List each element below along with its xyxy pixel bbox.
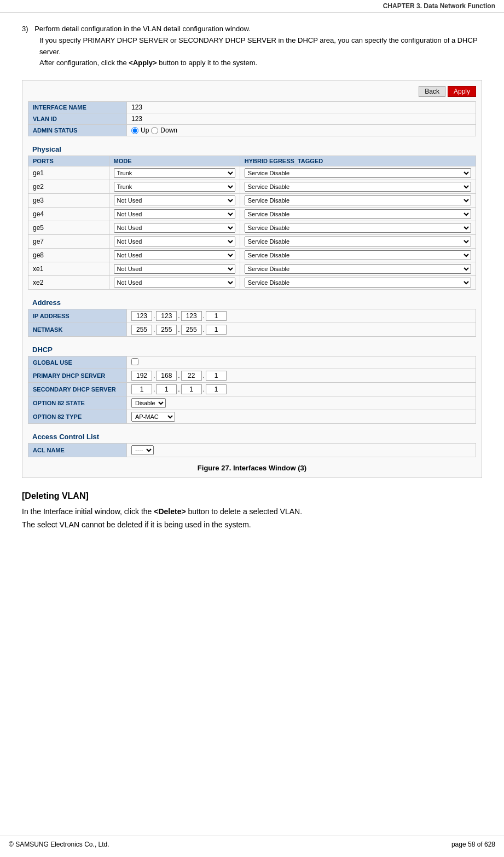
ip-octet-2[interactable]: [156, 311, 177, 321]
secondary-dhcp-octet-3[interactable]: [181, 384, 202, 394]
port-mode-select-8[interactable]: TrunkNot UsedUsedTaggedUntagged: [114, 278, 235, 287]
vlan-id-label: VLAN ID: [28, 113, 127, 125]
ports-header-row: PORTS MODE HYBRID EGRESS_TAGGED: [28, 156, 476, 166]
acl-name-cell: ----: [127, 444, 476, 457]
option82-state-cell: Disable Enable: [127, 396, 476, 410]
secondary-dhcp-octet-1[interactable]: [131, 384, 152, 394]
ports-row-2: ge3TrunkNot UsedUsedTaggedUntaggedServic…: [28, 194, 476, 208]
port-name-3: ge4: [28, 208, 109, 221]
port-hybrid-cell-6: Service DisableService Enable: [240, 249, 476, 262]
port-hybrid-select-6[interactable]: Service DisableService Enable: [245, 250, 471, 260]
acl-name-select[interactable]: ----: [131, 445, 154, 455]
acl-section-label: Access Control List: [28, 430, 476, 443]
interface-name-value: 123: [127, 102, 476, 113]
deleting-vlan-line1: In the Interface initial window, click t…: [22, 505, 482, 519]
option82-type-cell: AP-MAC Circuit-ID Remote-ID: [127, 410, 476, 424]
port-name-7: xe1: [28, 262, 109, 276]
port-mode-select-4[interactable]: TrunkNot UsedUsedTaggedUntagged: [114, 223, 235, 233]
port-hybrid-select-0[interactable]: Service DisableService Enable: [245, 168, 471, 178]
primary-dhcp-inputs: . . .: [131, 371, 471, 381]
port-mode-cell-1: TrunkNot UsedUsedTaggedUntagged: [109, 180, 240, 194]
port-name-5: ge7: [28, 235, 109, 249]
admin-status-up-label: Up: [141, 126, 149, 134]
ports-row-8: xe2TrunkNot UsedUsedTaggedUntaggedServic…: [28, 276, 476, 290]
primary-dhcp-octet-4[interactable]: [206, 371, 227, 381]
back-button[interactable]: Back: [419, 86, 445, 97]
port-hybrid-select-8[interactable]: Service DisableService Enable: [245, 278, 471, 287]
acl-table: ACL NAME ----: [28, 443, 476, 457]
secondary-dhcp-inputs: . . .: [131, 384, 471, 394]
physical-section-label: Physical: [28, 143, 476, 156]
port-mode-select-0[interactable]: TrunkNot UsedUsedTaggedUntagged: [114, 168, 235, 178]
netmask-octet-3[interactable]: [181, 325, 202, 335]
option82-type-row: OPTION 82 TYPE AP-MAC Circuit-ID Remote-…: [28, 410, 476, 424]
port-mode-cell-3: TrunkNot UsedUsedTaggedUntagged: [109, 208, 240, 221]
primary-dhcp-label: PRIMARY DHCP SERVER: [28, 369, 127, 383]
port-mode-select-3[interactable]: TrunkNot UsedUsedTaggedUntagged: [114, 209, 235, 219]
port-hybrid-select-5[interactable]: Service DisableService Enable: [245, 237, 471, 246]
ports-row-7: xe1TrunkNot UsedUsedTaggedUntaggedServic…: [28, 262, 476, 276]
option82-state-row: OPTION 82 STATE Disable Enable: [28, 396, 476, 410]
ports-row-4: ge5TrunkNot UsedUsedTaggedUntaggedServic…: [28, 221, 476, 235]
primary-dhcp-octet-1[interactable]: [131, 371, 152, 381]
chapter-title: CHAPTER 3. Data Network Function: [383, 2, 495, 10]
vlan-id-row: VLAN ID 123: [28, 113, 476, 125]
step-line-3: After configuration, click the <Apply> b…: [39, 57, 482, 69]
step-number: 3): [22, 25, 28, 33]
port-name-4: ge5: [28, 221, 109, 235]
option82-type-select[interactable]: AP-MAC Circuit-ID Remote-ID: [131, 412, 175, 422]
port-hybrid-select-1[interactable]: Service DisableService Enable: [245, 182, 471, 192]
step-line-1: Perform detail configuration in the VLAN…: [34, 25, 251, 33]
ports-row-0: ge1TrunkNot UsedUsedTaggedUntaggedServic…: [28, 166, 476, 180]
global-use-checkbox[interactable]: [131, 358, 138, 365]
global-use-row: GLOBAL USE: [28, 356, 476, 369]
global-use-label: GLOBAL USE: [28, 356, 127, 369]
apply-button[interactable]: Apply: [448, 86, 476, 97]
port-mode-select-6[interactable]: TrunkNot UsedUsedTaggedUntagged: [114, 250, 235, 260]
ip-octet-3[interactable]: [181, 311, 202, 321]
netmask-octet-1[interactable]: [131, 325, 152, 335]
port-hybrid-select-2[interactable]: Service DisableService Enable: [245, 195, 471, 205]
port-hybrid-cell-3: Service DisableService Enable: [240, 208, 476, 221]
port-mode-select-2[interactable]: TrunkNot UsedUsedTaggedUntagged: [114, 195, 235, 205]
admin-status-radio-group: Up Down: [131, 126, 471, 134]
port-mode-select-7[interactable]: TrunkNot UsedUsedTaggedUntagged: [114, 264, 235, 274]
admin-status-cell: Up Down: [127, 125, 476, 136]
port-mode-select-1[interactable]: TrunkNot UsedUsedTaggedUntagged: [114, 182, 235, 192]
netmask-octet-4[interactable]: [206, 325, 227, 335]
primary-dhcp-octet-3[interactable]: [181, 371, 202, 381]
option82-state-select[interactable]: Disable Enable: [131, 398, 166, 408]
secondary-dhcp-label: SECONDARY DHCP SERVER: [28, 383, 127, 396]
secondary-dhcp-octet-2[interactable]: [156, 384, 177, 394]
ip-octet-1[interactable]: [131, 311, 152, 321]
port-hybrid-select-4[interactable]: Service DisableService Enable: [245, 223, 471, 233]
primary-dhcp-octet-2[interactable]: [156, 371, 177, 381]
port-hybrid-cell-7: Service DisableService Enable: [240, 262, 476, 276]
netmask-octet-2[interactable]: [156, 325, 177, 335]
vlan-id-value: 123: [127, 113, 476, 125]
port-mode-select-5[interactable]: TrunkNot UsedUsedTaggedUntagged: [114, 237, 235, 246]
port-hybrid-cell-0: Service DisableService Enable: [240, 166, 476, 180]
page-footer: © SAMSUNG Electronics Co., Ltd. page 58 …: [0, 836, 504, 848]
secondary-dhcp-octet-4[interactable]: [206, 384, 227, 394]
interface-table: INTERFACE NAME 123 VLAN ID 123 ADMIN STA…: [28, 101, 476, 136]
secondary-dhcp-cell: . . .: [127, 383, 476, 396]
admin-status-up-radio[interactable]: [131, 127, 138, 134]
ports-row-1: ge2TrunkNot UsedUsedTaggedUntaggedServic…: [28, 180, 476, 194]
port-name-6: ge8: [28, 249, 109, 262]
admin-status-down-label: Down: [160, 126, 177, 134]
port-hybrid-cell-2: Service DisableService Enable: [240, 194, 476, 208]
ip-octet-4[interactable]: [206, 311, 227, 321]
global-use-cell: [127, 356, 476, 369]
acl-name-row: ACL NAME ----: [28, 444, 476, 457]
port-hybrid-select-3[interactable]: Service DisableService Enable: [245, 209, 471, 219]
address-table: IP ADDRESS . . . NETMASK: [28, 309, 476, 337]
ports-row-3: ge4TrunkNot UsedUsedTaggedUntaggedServic…: [28, 208, 476, 221]
figure-caption: Figure 27. Interfaces Window (3): [28, 464, 476, 472]
admin-status-down-radio[interactable]: [151, 127, 158, 134]
step-line-2: If you specify PRIMARY DHCP SERVER or SE…: [39, 35, 482, 58]
deleting-vlan-section: [Deleting VLAN] In the Interface initial…: [22, 491, 482, 532]
port-hybrid-select-7[interactable]: Service DisableService Enable: [245, 264, 471, 274]
port-hybrid-cell-5: Service DisableService Enable: [240, 235, 476, 249]
port-name-1: ge2: [28, 180, 109, 194]
